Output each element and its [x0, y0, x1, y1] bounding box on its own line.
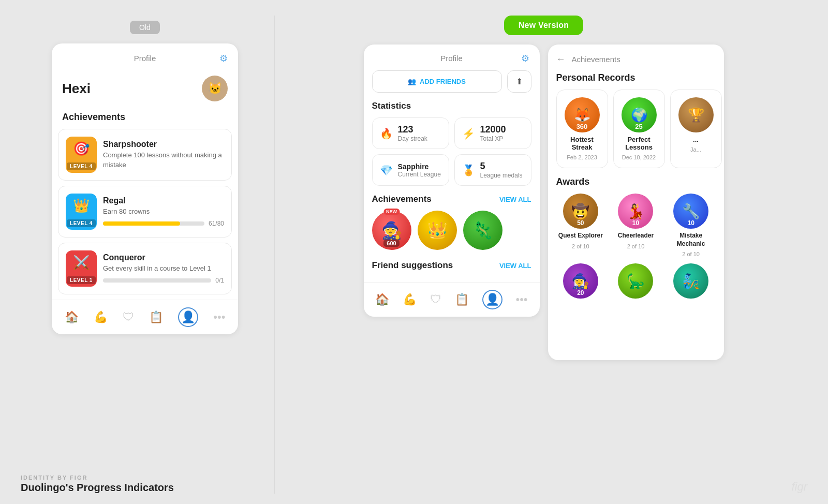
sharpshooter-icon: 🎯: [73, 141, 90, 157]
mid-nav-strength[interactable]: 💪: [403, 293, 417, 306]
mistake-mechanic-number: 10: [687, 219, 694, 227]
mid-gear-icon[interactable]: ⚙: [521, 53, 529, 64]
cheerleader-circle: 💃 10: [618, 194, 653, 229]
quest-explorer-number: 50: [577, 219, 584, 227]
personal-records-title: Personal Records: [548, 72, 724, 90]
old-username: Hexi: [62, 81, 91, 97]
old-avatar: 🐱: [202, 76, 228, 101]
sharpshooter-desc: Complete 100 lessons without making a mi…: [103, 151, 224, 169]
nav-strength-icon[interactable]: 💪: [94, 310, 108, 324]
cheerleader-icon: 💃: [627, 203, 645, 220]
record-streak-icon: 🦊: [574, 107, 590, 123]
sharpshooter-name: Sharpshooter: [103, 140, 224, 149]
stat-league: 💎 Sapphire Current League: [372, 154, 449, 186]
mistake-mechanic-name: Mistake Mechanic: [667, 232, 716, 248]
streak-label: Day streak: [398, 135, 427, 142]
award-cheerleader: 💃 10 Cheerleader 2 of 10: [611, 194, 660, 257]
nav-more-icon[interactable]: •••: [213, 310, 225, 324]
record-perfect-name: Perfect Lessons: [620, 136, 658, 151]
badge-conqueror: ⚔️ LEVEL 1: [66, 250, 97, 287]
record-perfect: 🌍 25 Perfect Lessons Dec 10, 2022: [613, 90, 665, 168]
add-friends-button[interactable]: 👥 ADD FRIENDS: [372, 70, 502, 93]
record-streak-circle: 🦊 360: [565, 97, 600, 132]
stat-xp: ⚡ 12000 Total XP: [454, 117, 531, 149]
mistake-mechanic-icon: 🔧: [682, 203, 700, 220]
achievement-ach-2: 👑: [418, 211, 457, 250]
achievement-icons-row: 🧙 NEW 600 👑 🦎: [364, 211, 540, 258]
achievements-view-all[interactable]: VIEW ALL: [499, 196, 531, 203]
award-4-circle: 🧙‍♀️ 20: [563, 263, 598, 299]
old-gear-icon[interactable]: ⚙: [219, 53, 228, 64]
regal-progress-bg: [103, 221, 204, 226]
new-version-button[interactable]: New Version: [504, 16, 583, 35]
award-4-icon: 🧙‍♀️: [571, 273, 589, 290]
record-third-name: ...: [693, 136, 699, 143]
award-6-circle: 🧞: [673, 263, 708, 299]
regal-progress-text: 61/80: [209, 220, 224, 227]
xp-icon: ⚡: [462, 127, 475, 140]
share-icon: ⬆: [516, 77, 523, 86]
stat-xp-info: 12000 Total XP: [480, 124, 506, 142]
achievement-card-regal: 👑 LEVEL 4 Regal Earn 80 crowns 61/80: [58, 186, 232, 238]
achievement-ach-1: 🧙 NEW 600: [372, 211, 411, 250]
conqueror-desc: Get every skill in a course to Level 1: [103, 264, 224, 273]
back-arrow-icon[interactable]: ←: [556, 54, 566, 65]
achievement-ach-3: 🦎: [463, 211, 502, 250]
achievements-nav-title: Achievements: [572, 55, 620, 64]
regal-icon: 👑: [73, 198, 90, 214]
award-6-icon: 🧞: [682, 273, 700, 290]
nav-profile-icon[interactable]: 👤: [178, 307, 198, 327]
nav-home-icon[interactable]: 🏠: [65, 310, 79, 324]
old-label: Old: [130, 21, 160, 34]
add-friends-icon: 👥: [408, 78, 416, 85]
award-mistake-mechanic: 🔧 10 Mistake Mechanic 2 of 10: [667, 194, 716, 257]
medals-icon: 🏅: [462, 164, 475, 176]
footer: IDENTITY BY FIGR Duolingo's Progress Ind…: [21, 475, 807, 494]
mid-nav-more[interactable]: •••: [515, 293, 527, 306]
middle-phone: Profile ⚙ 👥 ADD FRIENDS ⬆ Statistics 🔥: [364, 45, 540, 317]
record-streak-name: Hottest Streak: [563, 136, 601, 151]
cheerleader-count: 2 of 10: [627, 243, 645, 249]
record-perfect-icon: 🌍: [631, 107, 647, 123]
mid-phone-header: Profile ⚙: [364, 54, 540, 70]
old-achievements-title: Achievements: [52, 109, 238, 129]
footer-left: IDENTITY BY FIGR Duolingo's Progress Ind…: [21, 475, 174, 494]
old-phone: Profile ⚙ Hexi 🐱 Achievements 🎯 LEVEL 4 …: [52, 43, 238, 334]
mistake-mechanic-circle: 🔧 10: [673, 194, 708, 229]
right-phone: ← Achievements Personal Records 🦊 360 Ho…: [548, 45, 724, 360]
conqueror-progress-text: 0/1: [215, 277, 224, 284]
mid-nav-profile[interactable]: 👤: [482, 290, 502, 309]
sharpshooter-level: LEVEL 4: [67, 162, 96, 170]
award-quest-explorer: 🤠 50 Quest Explorer 2 of 10: [556, 194, 605, 257]
medals-value: 5: [480, 161, 523, 172]
league-value: Sapphire: [398, 162, 441, 171]
mid-nav-shield[interactable]: 🛡: [430, 293, 441, 306]
awards-grid: 🤠 50 Quest Explorer 2 of 10 💃 10 Cheerle…: [548, 194, 724, 307]
xp-value: 12000: [480, 124, 506, 135]
statistics-title: Statistics: [364, 101, 540, 117]
streak-icon: 🔥: [380, 127, 393, 140]
mid-nav-quests[interactable]: 📋: [455, 293, 469, 306]
stats-grid: 🔥 123 Day streak ⚡ 12000 Total XP: [364, 117, 540, 194]
badge-sharpshooter: 🎯 LEVEL 4: [66, 137, 97, 173]
friend-suggestions-view-all[interactable]: VIEW ALL: [499, 262, 531, 270]
nav-quests-icon[interactable]: 📋: [149, 310, 163, 324]
mid-nav-home[interactable]: 🏠: [375, 293, 389, 306]
nav-shield-icon[interactable]: 🛡: [123, 310, 134, 324]
mistake-mechanic-count: 2 of 10: [682, 251, 700, 257]
record-third-circle: 🏆: [678, 97, 714, 132]
cheerleader-number: 10: [632, 219, 639, 227]
friend-suggestions-header: Friend suggestions VIEW ALL: [364, 258, 540, 277]
stat-medals-info: 5 League medals: [480, 161, 523, 179]
award-5-circle: 🦕: [618, 263, 653, 299]
ach-3-icon: 🦎: [472, 220, 493, 240]
achievements-nav: ← Achievements: [548, 54, 724, 72]
achievement-card-sharpshooter: 🎯 LEVEL 4 Sharpshooter Complete 100 less…: [58, 129, 232, 181]
main-container: Old Profile ⚙ Hexi 🐱 Achievements 🎯 LEVE…: [0, 0, 828, 504]
old-phone-header: Profile ⚙: [52, 54, 238, 70]
quest-explorer-count: 2 of 10: [572, 243, 589, 249]
record-perfect-number: 25: [635, 123, 642, 130]
regal-desc: Earn 80 crowns: [103, 207, 224, 216]
share-button[interactable]: ⬆: [507, 70, 531, 93]
conqueror-name: Conqueror: [103, 253, 224, 262]
